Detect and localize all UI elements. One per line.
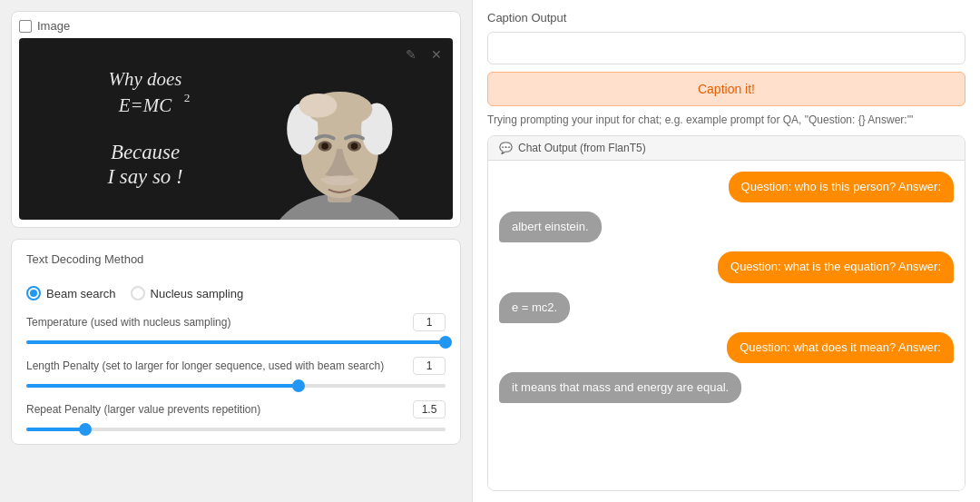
chat-icon: 💬 — [499, 142, 513, 154]
svg-text:E=MC: E=MC — [118, 94, 172, 116]
image-icon — [19, 20, 32, 33]
temperature-track — [26, 340, 446, 344]
left-panel: Image Why does E=MC 2 Because I say so ! — [0, 0, 472, 502]
edit-image-button[interactable]: ✎ — [402, 45, 420, 64]
user-message-2: Question: what is the equation? Answer: — [718, 251, 954, 282]
bot-message-2: e = mc2. — [499, 292, 570, 323]
temperature-description: Temperature (used with nucleus sampling) — [26, 316, 413, 329]
chat-messages: Question: who is this person? Answer: al… — [488, 161, 965, 490]
radio-label-nucleus: Nucleus sampling — [151, 287, 244, 300]
length-penalty-track — [26, 384, 446, 388]
temperature-thumb[interactable] — [439, 336, 452, 349]
caption-section: Caption Output Caption it! Trying prompt… — [487, 11, 965, 126]
svg-text:2: 2 — [184, 91, 191, 104]
temperature-fill — [26, 340, 446, 344]
radio-nucleus-sampling[interactable]: Nucleus sampling — [131, 286, 244, 300]
list-item: Question: what does it mean? Answer: — [499, 332, 954, 363]
caption-output-box[interactable] — [487, 32, 965, 64]
length-penalty-thumb[interactable] — [292, 379, 305, 392]
list-item: Question: who is this person? Answer: — [499, 172, 954, 202]
list-item: e = mc2. — [499, 292, 954, 323]
repeat-penalty-thumb[interactable] — [79, 423, 92, 436]
repeat-penalty-value: 1.5 — [413, 400, 446, 418]
controls-section: Text Decoding Method Beam search Nucleus… — [11, 239, 461, 445]
temperature-value: 1 — [413, 313, 446, 331]
user-message-3: Question: what does it mean? Answer: — [727, 332, 954, 363]
repeat-penalty-slider-row: Repeat Penalty (larger value prevents re… — [26, 400, 446, 431]
image-section-label: Image — [37, 19, 70, 33]
chat-header-label: Chat Output (from FlanT5) — [518, 142, 646, 154]
repeat-penalty-slider-header: Repeat Penalty (larger value prevents re… — [26, 400, 446, 418]
list-item: it means that mass and energy are equal. — [499, 372, 954, 403]
list-item: albert einstein. — [499, 212, 954, 242]
radio-dot-nucleus — [131, 286, 145, 300]
einstein-image: Why does E=MC 2 Because I say so ! — [19, 38, 453, 220]
svg-text:Why does: Why does — [109, 68, 182, 90]
image-section-header: Image — [19, 19, 453, 33]
length-penalty-slider-header: Length Penalty (set to larger for longer… — [26, 357, 446, 375]
repeat-penalty-description: Repeat Penalty (larger value prevents re… — [26, 403, 413, 416]
svg-point-12 — [299, 94, 338, 118]
image-container: Why does E=MC 2 Because I say so ! — [19, 38, 453, 220]
user-message-1: Question: who is this person? Answer: — [729, 172, 954, 202]
svg-text:Because: Because — [111, 141, 180, 163]
length-penalty-slider-row: Length Penalty (set to larger for longer… — [26, 357, 446, 388]
chat-header: 💬 Chat Output (from FlanT5) — [488, 136, 965, 161]
repeat-penalty-fill — [26, 428, 85, 431]
radio-beam-search[interactable]: Beam search — [26, 286, 116, 300]
image-actions: ✎ ✕ — [402, 45, 446, 64]
radio-group: Beam search Nucleus sampling — [26, 286, 446, 300]
text-decoding-label: Text Decoding Method — [26, 252, 446, 266]
close-image-button[interactable]: ✕ — [427, 45, 446, 64]
hint-text: Trying prompting your input for chat; e.… — [487, 113, 965, 126]
right-panel: Caption Output Caption it! Trying prompt… — [472, 0, 980, 502]
chat-section: 💬 Chat Output (from FlanT5) Question: wh… — [487, 135, 965, 491]
bot-message-1: albert einstein. — [499, 212, 602, 242]
svg-point-15 — [321, 143, 328, 150]
caption-it-button[interactable]: Caption it! — [487, 72, 965, 106]
temperature-slider-header: Temperature (used with nucleus sampling)… — [26, 313, 446, 331]
image-section: Image Why does E=MC 2 Because I say so ! — [11, 11, 461, 228]
temperature-slider-row: Temperature (used with nucleus sampling)… — [26, 313, 446, 344]
radio-label-beam: Beam search — [46, 287, 116, 300]
length-penalty-description: Length Penalty (set to larger for longer… — [26, 359, 413, 372]
length-penalty-value: 1 — [413, 357, 446, 375]
list-item: Question: what is the equation? Answer: — [499, 251, 954, 282]
length-penalty-fill — [26, 384, 299, 388]
caption-output-label: Caption Output — [487, 11, 965, 25]
svg-point-16 — [351, 143, 358, 150]
repeat-penalty-track — [26, 428, 446, 431]
svg-text:I say so !: I say so ! — [106, 165, 182, 188]
bot-message-3: it means that mass and energy are equal. — [499, 372, 741, 403]
radio-dot-beam — [26, 286, 41, 300]
